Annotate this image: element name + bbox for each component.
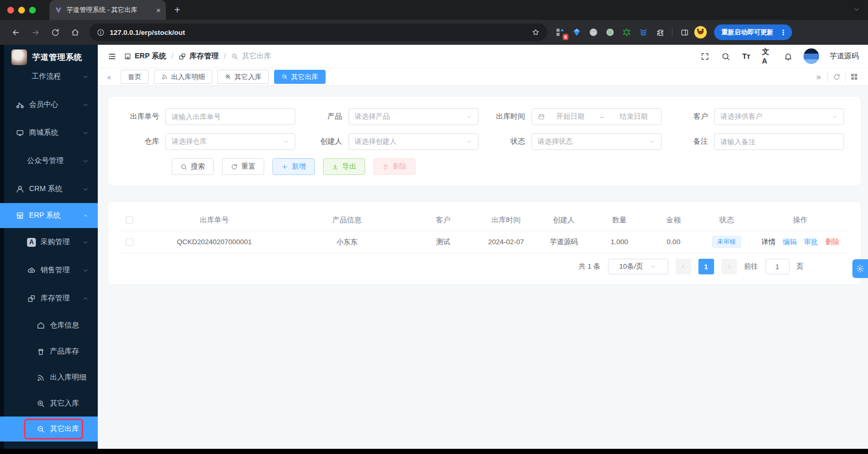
sidebar-item-workflow[interactable]: 工作流程 bbox=[0, 62, 98, 91]
tabs-menu-grid-icon[interactable] bbox=[845, 72, 863, 82]
page-size-select[interactable]: 10条/页 bbox=[608, 259, 668, 274]
order-no-input[interactable] bbox=[172, 113, 289, 121]
refresh-icon[interactable] bbox=[827, 72, 845, 82]
chevron-down-icon bbox=[466, 138, 472, 145]
chevron-right-icon bbox=[726, 263, 732, 270]
next-page-button[interactable] bbox=[721, 259, 737, 274]
back-icon[interactable] bbox=[7, 24, 24, 41]
address-bar[interactable]: 127.0.0.1/erp/stock/out bbox=[89, 23, 547, 41]
sidebar-item-erp-system[interactable]: ERP 系统 bbox=[0, 203, 98, 228]
bookmark-star-icon[interactable] bbox=[532, 28, 540, 36]
extension-chevrons-icon[interactable] bbox=[637, 26, 650, 39]
extension-gem-icon[interactable] bbox=[570, 26, 584, 39]
tab-home[interactable]: 首页 bbox=[121, 70, 149, 84]
home-icon[interactable] bbox=[67, 24, 83, 41]
cell-order-no: QCKD20240207000001 bbox=[144, 238, 284, 246]
out-time-daterange[interactable]: 开始日期 – 结束日期 bbox=[532, 108, 662, 125]
tabs-scroll-right-icon[interactable]: » bbox=[810, 72, 827, 82]
warehouse-select[interactable]: 请选择仓库 bbox=[165, 133, 295, 150]
app-logo-avatar bbox=[11, 49, 27, 65]
site-info-icon[interactable] bbox=[97, 29, 105, 36]
cell-creator: 芋道源码 bbox=[535, 237, 592, 247]
extension-green-star-icon[interactable] bbox=[620, 26, 633, 39]
export-button[interactable]: 导出 bbox=[323, 158, 365, 175]
product-select[interactable]: 请选择产品 bbox=[348, 108, 478, 125]
delete-link[interactable]: 删除 bbox=[825, 237, 839, 247]
tab-label: 其它出库 bbox=[291, 72, 318, 82]
approve-link[interactable]: 审批 bbox=[804, 237, 818, 247]
breadcrumb-erp[interactable]: ERP 系统 bbox=[135, 52, 166, 61]
sidebar-item-official-account[interactable]: 公众号管理 bbox=[0, 147, 98, 175]
status-select[interactable]: 请选择状态 bbox=[532, 133, 662, 150]
extensions-puzzle-icon[interactable] bbox=[653, 26, 667, 39]
row-actions: 详情 编辑 审批 删除 bbox=[753, 237, 848, 247]
search-button[interactable]: 搜索 bbox=[172, 158, 214, 175]
collapse-menu-icon[interactable] bbox=[104, 48, 120, 64]
breadcrumb-stock[interactable]: 库存管理 bbox=[189, 52, 218, 61]
sidebar-item-purchase-mgmt[interactable]: A 采购管理 bbox=[0, 228, 98, 256]
user-avatar[interactable] bbox=[804, 48, 819, 64]
sidebar-item-crm-system[interactable]: CRM 系统 bbox=[0, 175, 98, 203]
current-page[interactable]: 1 bbox=[698, 259, 714, 274]
browser-tab[interactable]: 芋道管理系统 - 其它出库 × bbox=[49, 0, 166, 20]
tabs-scroll-left-icon[interactable]: « bbox=[103, 73, 115, 81]
user-name[interactable]: 芋道源码 bbox=[830, 52, 859, 61]
tab-stock-record[interactable]: 出入库明细 bbox=[154, 70, 212, 84]
extension-green-dot-icon[interactable] bbox=[603, 26, 617, 39]
forward-icon[interactable] bbox=[27, 24, 44, 41]
new-tab-button[interactable]: + bbox=[174, 4, 180, 16]
language-icon[interactable]: 文A bbox=[762, 51, 772, 61]
sidebar-item-stock-record[interactable]: 出入库明细 bbox=[0, 364, 98, 390]
url-text: 127.0.0.1/erp/stock/out bbox=[110, 29, 526, 36]
profile-avatar[interactable] bbox=[694, 26, 707, 39]
tab-search-chevron-icon[interactable] bbox=[853, 5, 860, 15]
settings-gear-button[interactable] bbox=[852, 259, 868, 278]
button-label: 搜索 bbox=[191, 162, 205, 171]
tab-other-stock-out[interactable]: 其它出库 bbox=[274, 70, 326, 84]
zoom-window-button[interactable] bbox=[29, 7, 36, 14]
notification-bell-icon[interactable] bbox=[783, 51, 793, 61]
close-window-button[interactable] bbox=[7, 7, 14, 14]
extension-tray-icon[interactable]: 6 bbox=[553, 26, 567, 39]
sidebar-item-stock-mgmt[interactable]: 库存管理 bbox=[0, 284, 98, 312]
prev-page-button[interactable] bbox=[676, 259, 691, 274]
relaunch-update-button[interactable]: 重新启动即可更新 ⋮ bbox=[714, 24, 792, 40]
sidebar-item-mall-system[interactable]: 商城系统 bbox=[0, 119, 98, 147]
reset-button[interactable]: 重置 bbox=[222, 158, 264, 175]
extension-sphere-icon[interactable] bbox=[587, 26, 600, 39]
browser-menu-icon[interactable]: ⋮ bbox=[778, 28, 789, 36]
sidebar-item-other-stock-out[interactable]: 其它出库 bbox=[0, 417, 98, 442]
row-checkbox[interactable] bbox=[126, 238, 133, 246]
sidebar-item-member-center[interactable]: 会员中心 bbox=[0, 91, 98, 119]
select-all-checkbox[interactable] bbox=[126, 217, 133, 224]
minimize-window-button[interactable] bbox=[18, 7, 25, 14]
sidebar-item-label: 产品库存 bbox=[50, 347, 79, 356]
tab-close-icon[interactable]: × bbox=[156, 6, 161, 15]
total-count: 共 1 条 bbox=[578, 262, 600, 271]
reload-icon[interactable] bbox=[47, 24, 63, 41]
sidebar-item-sales-mgmt[interactable]: 销售管理 bbox=[0, 256, 98, 284]
tab-other-stock-in[interactable]: 其它入库 bbox=[217, 70, 269, 84]
detail-link[interactable]: 详情 bbox=[761, 237, 775, 247]
creator-select[interactable]: 请选择创建人 bbox=[348, 133, 478, 150]
sidebar-item-other-stock-in[interactable]: 其它入库 bbox=[0, 390, 98, 417]
edit-link[interactable]: 编辑 bbox=[783, 237, 797, 247]
goto-page-input[interactable] bbox=[766, 259, 789, 274]
font-size-icon[interactable]: Tт bbox=[741, 51, 752, 61]
calendar-icon bbox=[538, 113, 545, 120]
sidebar-item-label: 会员中心 bbox=[29, 100, 58, 109]
chevron-down-icon bbox=[83, 102, 88, 108]
button-label: 导出 bbox=[342, 162, 356, 171]
sidebar-item-product-stock[interactable]: 产品库存 bbox=[0, 338, 98, 364]
sidebar-item-label: 其它入库 bbox=[50, 399, 79, 408]
fullscreen-icon[interactable] bbox=[699, 51, 710, 61]
customer-select[interactable]: 请选择供客户 bbox=[714, 108, 844, 125]
remark-input[interactable] bbox=[720, 138, 838, 146]
tab-label: 出入库明细 bbox=[171, 72, 205, 82]
delete-button[interactable]: 删除 bbox=[373, 158, 416, 175]
add-button[interactable]: 新增 bbox=[273, 158, 315, 175]
sidebar-item-warehouse-info[interactable]: 仓库信息 bbox=[0, 312, 98, 338]
download-icon bbox=[332, 163, 339, 170]
search-icon[interactable] bbox=[720, 51, 731, 61]
side-panel-icon[interactable] bbox=[678, 26, 691, 39]
